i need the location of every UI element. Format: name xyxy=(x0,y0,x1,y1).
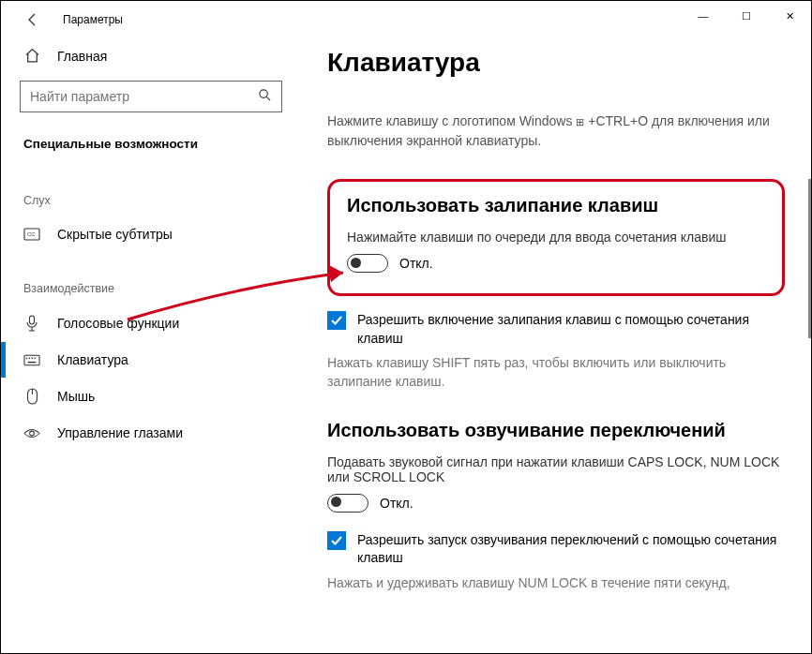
togglekeys-shortcut-help: Нажать и удерживать клавишу NUM LOCK в т… xyxy=(327,573,785,592)
sticky-toggle-state: Откл. xyxy=(399,256,433,271)
search-icon xyxy=(258,88,272,106)
page-title: Клавиатура xyxy=(327,48,785,78)
sidebar-item-label: Мышь xyxy=(57,389,95,404)
svg-text:CC: CC xyxy=(27,231,36,237)
sidebar-item-keyboard[interactable]: Клавиатура xyxy=(20,342,282,378)
svg-point-13 xyxy=(30,431,35,436)
group-interaction: Взаимодействие xyxy=(20,252,282,305)
sidebar-item-captions[interactable]: CC Скрытые субтитры xyxy=(20,216,282,252)
home-nav[interactable]: Главная xyxy=(20,38,282,81)
sticky-keys-heading: Использовать залипание клавиш xyxy=(347,195,765,216)
sidebar-item-label: Голосовые функции xyxy=(57,316,179,331)
svg-rect-5 xyxy=(24,355,39,364)
search-input[interactable] xyxy=(20,81,282,112)
togglekeys-heading: Использовать озвучивание переключений xyxy=(327,420,785,441)
sidebar: Главная Специальные возможности Слух CC … xyxy=(1,38,301,653)
sidebar-item-label: Клавиатура xyxy=(57,352,128,367)
scrollbar[interactable] xyxy=(808,179,811,338)
sticky-keys-toggle[interactable] xyxy=(347,254,388,273)
sidebar-item-eye[interactable]: Управление глазами xyxy=(20,415,282,451)
svg-rect-10 xyxy=(28,361,37,362)
svg-point-0 xyxy=(260,89,267,97)
svg-rect-9 xyxy=(34,357,35,358)
microphone-icon xyxy=(23,315,40,332)
sidebar-item-mouse[interactable]: Мышь xyxy=(20,378,282,415)
sidebar-item-label: Скрытые субтитры xyxy=(57,227,173,242)
osk-help-text: Нажмите клавишу с логотипом Windows ⊞ +C… xyxy=(327,111,785,151)
home-icon xyxy=(23,48,40,64)
keyboard-icon xyxy=(23,354,40,366)
content-pane: Клавиатура Нажмите клавишу с логотипом W… xyxy=(301,38,811,653)
sticky-shortcut-checkbox[interactable] xyxy=(327,311,346,330)
sticky-shortcut-label: Разрешить включение залипания клавиш с п… xyxy=(357,311,785,348)
sidebar-item-speech[interactable]: Голосовые функции xyxy=(20,305,282,342)
svg-rect-4 xyxy=(30,316,35,324)
togglekeys-toggle[interactable] xyxy=(327,494,368,513)
back-button[interactable] xyxy=(18,5,48,35)
togglekeys-shortcut-label: Разрешить запуск озвучивания переключени… xyxy=(357,531,785,568)
windows-logo-icon: ⊞ xyxy=(576,116,584,127)
sidebar-item-label: Управление глазами xyxy=(57,425,183,440)
mouse-icon xyxy=(23,388,40,405)
svg-rect-6 xyxy=(26,357,27,358)
minimize-button[interactable]: — xyxy=(682,1,725,31)
eye-icon xyxy=(23,427,40,439)
group-hearing: Слух xyxy=(20,164,282,216)
app-title: Параметры xyxy=(63,13,123,26)
togglekeys-desc: Подавать звуковой сигнал при нажатии кла… xyxy=(327,454,785,484)
home-label: Главная xyxy=(57,49,107,64)
svg-rect-7 xyxy=(29,357,30,358)
search-field[interactable] xyxy=(30,89,258,104)
svg-rect-8 xyxy=(32,357,33,358)
maximize-button[interactable]: ☐ xyxy=(725,1,768,31)
sticky-keys-desc: Нажимайте клавиши по очереди для ввода с… xyxy=(347,230,765,245)
section-header: Специальные возможности xyxy=(20,129,282,164)
sticky-keys-section: Использовать залипание клавиш Нажимайте … xyxy=(327,179,785,296)
sticky-shortcut-help: Нажать клавишу SHIFT пять раз, чтобы вкл… xyxy=(327,353,785,392)
close-button[interactable]: ✕ xyxy=(768,1,811,31)
svg-line-1 xyxy=(266,97,270,100)
captions-icon: CC xyxy=(23,228,40,241)
togglekeys-state: Откл. xyxy=(380,496,414,511)
togglekeys-shortcut-checkbox[interactable] xyxy=(327,531,346,550)
